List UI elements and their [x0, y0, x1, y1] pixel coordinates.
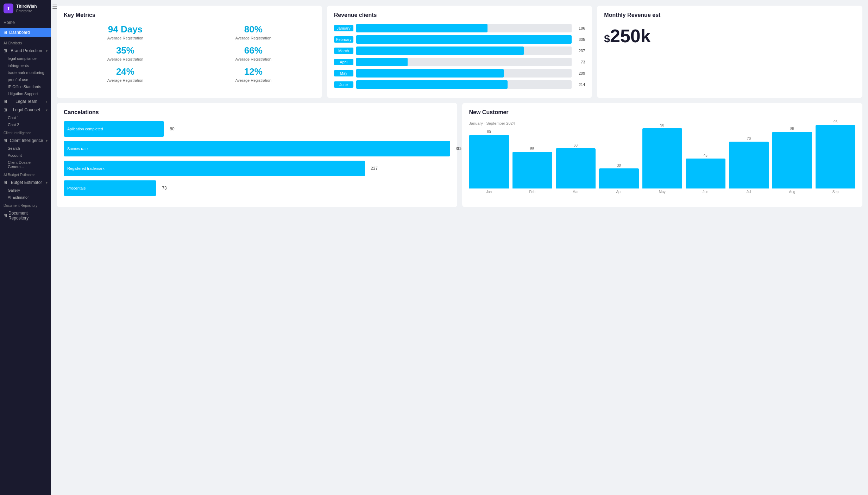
sidebar-sub-chat1[interactable]: Chat 1 — [0, 114, 51, 121]
bar-rect-0 — [469, 135, 509, 188]
bar-month-label-2: Mar — [573, 190, 579, 194]
revenue-bar-fill-1 — [356, 35, 572, 44]
monthly-revenue-display: $250k — [604, 25, 855, 47]
cancel-bar-value-2: 237 — [371, 166, 378, 171]
revenue-bar-value-1: 305 — [574, 37, 585, 42]
cancel-bar-inner-2: Registered trademark 237 — [64, 161, 450, 176]
cancel-bar-inner-1: Succes rate 305 — [64, 141, 450, 156]
app-sub: Enterprise — [16, 9, 37, 13]
bar-rect-2 — [556, 148, 596, 188]
revenue-bar-label-1: February — [334, 36, 353, 43]
metric-label-2: Average Registration — [64, 57, 187, 61]
app-logo-icon: T — [4, 4, 13, 13]
bar-month-label-0: Jan — [486, 190, 492, 194]
document-repository-icon: ⊞ — [4, 213, 7, 218]
revenue-bar-track-4 — [356, 69, 572, 78]
sidebar-sub-infringments[interactable]: infringments — [0, 62, 51, 69]
metric-label-3: Average Registration — [192, 57, 315, 61]
bar-month-label-6: Jul — [747, 190, 751, 194]
new-customer-bar-col-7: 85 Aug — [772, 127, 812, 194]
revenue-bar-label-2: March — [334, 48, 353, 54]
bar-rect-7 — [772, 132, 812, 188]
revenue-bar-value-0: 186 — [574, 26, 585, 30]
dashboard-bottom-row: Cancelations Aplication completed 80 Suc… — [57, 103, 862, 207]
bar-rect-3 — [599, 168, 639, 188]
bar-value-label-7: 85 — [790, 127, 794, 131]
sidebar-item-legal-team[interactable]: ⊞ Legal Team ▸ — [0, 97, 51, 106]
new-customer-bar-col-3: 30 Apr — [599, 163, 639, 194]
sidebar-sub-chat2[interactable]: Chat 2 — [0, 121, 51, 128]
cancellations-card: Cancelations Aplication completed 80 Suc… — [57, 103, 457, 207]
revenue-bar-label-4: May — [334, 70, 353, 76]
section-label-document-repository: Document Repository — [0, 201, 51, 209]
bar-rect-6 — [729, 142, 769, 188]
sidebar-sub-client-dossier[interactable]: Client Dossier Genera... — [0, 159, 51, 170]
revenue-bar-track-0 — [356, 24, 572, 32]
dashboard-icon: ⊞ — [4, 30, 7, 35]
sidebar-home[interactable]: Home — [0, 17, 51, 28]
sidebar-item-legal-counsel[interactable]: ⊞ Legal Counsel ▾ — [0, 106, 51, 114]
cancellations-title: Cancelations — [64, 109, 450, 116]
sidebar-sub-ai-estimator[interactable]: AI Estimator — [0, 194, 51, 201]
chevron-right-icon: ▸ — [46, 100, 48, 104]
cancel-bar-label-1: Succes rate — [67, 147, 88, 151]
sidebar-item-brand-protection[interactable]: ⊞ Brand Protection ▾ — [0, 47, 51, 55]
cancel-bar-row-3: Procentaje 73 — [64, 180, 450, 196]
new-customer-bar-col-1: 55 Feb — [512, 147, 552, 194]
key-metrics-card: Key Metrics 94 DaysAverage Registration8… — [57, 6, 322, 98]
chevron-down-icon-3: ▾ — [46, 139, 48, 143]
bar-value-label-1: 55 — [530, 147, 534, 151]
revenue-bar-fill-5 — [356, 80, 508, 89]
legal-team-icon: ⊞ — [4, 99, 7, 104]
sidebar-dashboard[interactable]: ⊞ Dashboard — [0, 28, 51, 37]
sidebar-item-client-intelligence[interactable]: ⊞ Client Intelligence ▾ — [0, 136, 51, 145]
bar-value-label-8: 95 — [834, 120, 837, 124]
revenue-amount: 250k — [610, 26, 651, 46]
client-intelligence-icon: ⊞ — [4, 138, 7, 143]
cancel-bar-label-3: Procentaje — [67, 186, 86, 190]
cancel-bar-track-2: Registered trademark — [64, 161, 365, 176]
sidebar-sub-gallery[interactable]: Gallery — [0, 187, 51, 194]
logo-area: T ThirdWish Enterprise — [0, 0, 51, 17]
brand-protection-label: Brand Protection — [11, 48, 42, 53]
bar-month-label-4: May — [659, 190, 666, 194]
cancel-bar-inner-3: Procentaje 73 — [64, 180, 450, 196]
cancel-bar-track-1: Succes rate — [64, 141, 450, 156]
sidebar-sub-legal-compliance[interactable]: legal compliance — [0, 55, 51, 62]
bar-value-label-2: 60 — [574, 143, 578, 147]
bar-month-label-8: Sep — [832, 190, 839, 194]
chevron-down-icon: ▾ — [46, 49, 48, 53]
revenue-bar-row-3: April 73 — [334, 58, 585, 66]
sidebar-sub-proof-of-use[interactable]: proof of use — [0, 76, 51, 83]
legal-counsel-label: Legal Counsel — [13, 107, 40, 112]
metric-item-1: 80%Average Registration — [192, 24, 315, 40]
dashboard-label: Dashboard — [9, 30, 30, 35]
sidebar-toggle-button[interactable]: ☰ — [52, 4, 57, 10]
section-label-client-intelligence: Client Intelligence — [0, 128, 51, 136]
sidebar-sub-litigation-support[interactable]: Litigation Support — [0, 90, 51, 97]
revenue-bar-row-0: January 186 — [334, 24, 585, 32]
cancel-bar-row-0: Aplication completed 80 — [64, 121, 450, 137]
sidebar-item-document-repository[interactable]: ⊞ Document Repository — [0, 209, 51, 222]
metric-value-5: 12% — [192, 66, 315, 77]
sidebar-item-budget-estimator[interactable]: ⊞ Butget Estimator ▾ — [0, 178, 51, 187]
sidebar-sub-search[interactable]: Search — [0, 145, 51, 152]
sidebar-sub-account[interactable]: Account — [0, 152, 51, 159]
main-content: Key Metrics 94 DaysAverage Registration8… — [51, 0, 868, 495]
revenue-bar-label-0: January — [334, 25, 353, 31]
revenue-clients-card: Revenue clients January 186 February 305… — [327, 6, 592, 98]
metric-label-4: Average Registration — [64, 78, 187, 82]
metrics-grid: 94 DaysAverage Registration80%Average Re… — [64, 24, 315, 82]
new-customer-chart: 80 Jan 55 Feb 60 Mar 30 Apr 90 May 45 Ju… — [469, 130, 856, 201]
cancel-bar-inner-0: Aplication completed 80 — [64, 121, 450, 137]
cancel-bar-value-0: 80 — [170, 126, 174, 131]
new-customer-bar-col-4: 90 May — [642, 123, 682, 194]
new-customer-title: New Customer — [469, 109, 856, 116]
monthly-revenue-card: Monthly Revenue est $250k — [597, 6, 862, 98]
document-repository-label: Document Repository — [8, 211, 48, 221]
revenue-bar-label-5: June — [334, 81, 353, 88]
sidebar-sub-ip-office-standards[interactable]: IP Office Standards — [0, 83, 51, 90]
app-name: ThirdWish — [16, 4, 37, 9]
sidebar-sub-trademark-monitoring[interactable]: trademark monitoring — [0, 69, 51, 76]
revenue-clients-title: Revenue clients — [334, 12, 585, 18]
